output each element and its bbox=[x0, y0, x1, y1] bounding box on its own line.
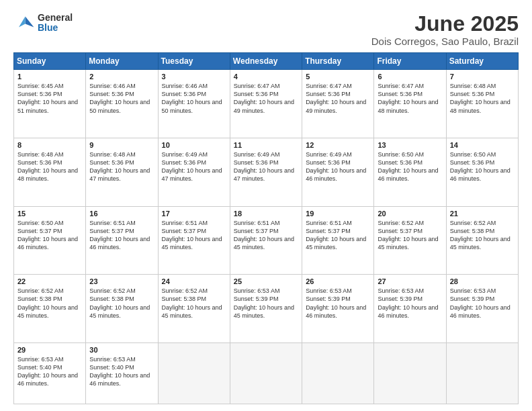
day-info: Sunrise: 6:53 AMSunset: 5:39 PMDaylight:… bbox=[306, 287, 366, 318]
empty-cell bbox=[374, 343, 446, 404]
week-row-3: 15 Sunrise: 6:50 AMSunset: 5:37 PMDaylig… bbox=[14, 206, 519, 275]
day-number: 30 bbox=[89, 346, 154, 354]
day-cell-20: 20 Sunrise: 6:52 AMSunset: 5:37 PMDaylig… bbox=[374, 206, 446, 275]
svg-marker-0 bbox=[26, 16, 34, 27]
day-number: 19 bbox=[306, 210, 370, 218]
day-info: Sunrise: 6:51 AMSunset: 5:37 PMDaylight:… bbox=[162, 220, 222, 250]
col-wednesday: Wednesday bbox=[230, 53, 302, 70]
day-number: 9 bbox=[89, 141, 154, 149]
logo: General Blue bbox=[13, 12, 73, 34]
day-info: Sunrise: 6:52 AMSunset: 5:37 PMDaylight:… bbox=[378, 220, 438, 250]
calendar-title: June 2025 bbox=[371, 12, 519, 36]
col-saturday: Saturday bbox=[446, 53, 518, 70]
empty-cell bbox=[302, 343, 374, 404]
day-cell-23: 23 Sunrise: 6:52 AMSunset: 5:38 PMDaylig… bbox=[86, 275, 158, 343]
week-row-4: 22 Sunrise: 6:52 AMSunset: 5:38 PMDaylig… bbox=[14, 275, 519, 343]
day-info: Sunrise: 6:50 AMSunset: 5:36 PMDaylight:… bbox=[450, 151, 511, 182]
day-info: Sunrise: 6:52 AMSunset: 5:38 PMDaylight:… bbox=[162, 287, 222, 318]
day-info: Sunrise: 6:47 AMSunset: 5:36 PMDaylight:… bbox=[378, 83, 438, 113]
day-number: 27 bbox=[378, 277, 442, 285]
day-info: Sunrise: 6:46 AMSunset: 5:36 PMDaylight:… bbox=[89, 83, 150, 113]
day-info: Sunrise: 6:51 AMSunset: 5:37 PMDaylight:… bbox=[234, 220, 294, 250]
empty-cell bbox=[230, 343, 302, 404]
week-row-2: 8 Sunrise: 6:48 AMSunset: 5:36 PMDayligh… bbox=[14, 138, 519, 206]
day-cell-9: 9 Sunrise: 6:48 AMSunset: 5:36 PMDayligh… bbox=[86, 138, 158, 206]
col-monday: Monday bbox=[86, 53, 158, 70]
empty-cell bbox=[158, 343, 230, 404]
day-info: Sunrise: 6:53 AMSunset: 5:40 PMDaylight:… bbox=[89, 356, 150, 387]
day-cell-14: 14 Sunrise: 6:50 AMSunset: 5:36 PMDaylig… bbox=[446, 138, 518, 206]
col-thursday: Thursday bbox=[302, 53, 374, 70]
day-info: Sunrise: 6:48 AMSunset: 5:36 PMDaylight:… bbox=[89, 151, 150, 182]
day-number: 26 bbox=[306, 277, 370, 285]
day-cell-12: 12 Sunrise: 6:49 AMSunset: 5:36 PMDaylig… bbox=[302, 138, 374, 206]
week-row-5: 29 Sunrise: 6:53 AMSunset: 5:40 PMDaylig… bbox=[14, 343, 519, 404]
day-number: 5 bbox=[306, 73, 370, 81]
day-cell-17: 17 Sunrise: 6:51 AMSunset: 5:37 PMDaylig… bbox=[158, 206, 230, 275]
day-cell-25: 25 Sunrise: 6:53 AMSunset: 5:39 PMDaylig… bbox=[230, 275, 302, 343]
day-cell-30: 30 Sunrise: 6:53 AMSunset: 5:40 PMDaylig… bbox=[86, 343, 158, 404]
day-cell-3: 3 Sunrise: 6:46 AMSunset: 5:36 PMDayligh… bbox=[158, 70, 230, 138]
logo-text: General Blue bbox=[38, 13, 73, 34]
day-number: 23 bbox=[89, 277, 154, 285]
day-number: 20 bbox=[378, 210, 442, 218]
day-cell-24: 24 Sunrise: 6:52 AMSunset: 5:38 PMDaylig… bbox=[158, 275, 230, 343]
header: General Blue June 2025 Dois Corregos, Sa… bbox=[13, 12, 519, 47]
day-info: Sunrise: 6:50 AMSunset: 5:37 PMDaylight:… bbox=[17, 220, 78, 250]
day-number: 10 bbox=[162, 141, 226, 149]
day-cell-22: 22 Sunrise: 6:52 AMSunset: 5:38 PMDaylig… bbox=[14, 275, 86, 343]
col-friday: Friday bbox=[374, 53, 446, 70]
day-number: 18 bbox=[234, 210, 298, 218]
day-cell-7: 7 Sunrise: 6:48 AMSunset: 5:36 PMDayligh… bbox=[446, 70, 518, 138]
day-number: 17 bbox=[162, 210, 226, 218]
day-number: 21 bbox=[450, 210, 515, 218]
day-info: Sunrise: 6:51 AMSunset: 5:37 PMDaylight:… bbox=[306, 220, 366, 250]
day-info: Sunrise: 6:53 AMSunset: 5:39 PMDaylight:… bbox=[450, 287, 511, 318]
day-number: 11 bbox=[234, 141, 298, 149]
day-info: Sunrise: 6:52 AMSunset: 5:38 PMDaylight:… bbox=[450, 220, 511, 250]
day-cell-4: 4 Sunrise: 6:47 AMSunset: 5:36 PMDayligh… bbox=[230, 70, 302, 138]
day-info: Sunrise: 6:45 AMSunset: 5:36 PMDaylight:… bbox=[17, 83, 78, 113]
day-number: 22 bbox=[17, 277, 82, 285]
day-number: 24 bbox=[162, 277, 226, 285]
col-sunday: Sunday bbox=[14, 53, 86, 70]
day-number: 28 bbox=[450, 277, 515, 285]
day-info: Sunrise: 6:49 AMSunset: 5:36 PMDaylight:… bbox=[306, 151, 366, 182]
day-number: 2 bbox=[89, 73, 154, 81]
day-number: 7 bbox=[450, 73, 515, 81]
page: General Blue June 2025 Dois Corregos, Sa… bbox=[0, 0, 532, 411]
day-cell-6: 6 Sunrise: 6:47 AMSunset: 5:36 PMDayligh… bbox=[374, 70, 446, 138]
day-info: Sunrise: 6:49 AMSunset: 5:36 PMDaylight:… bbox=[162, 151, 222, 182]
day-info: Sunrise: 6:52 AMSunset: 5:38 PMDaylight:… bbox=[17, 287, 78, 318]
day-cell-8: 8 Sunrise: 6:48 AMSunset: 5:36 PMDayligh… bbox=[14, 138, 86, 206]
day-info: Sunrise: 6:53 AMSunset: 5:39 PMDaylight:… bbox=[234, 287, 294, 318]
day-cell-28: 28 Sunrise: 6:53 AMSunset: 5:39 PMDaylig… bbox=[446, 275, 518, 343]
col-tuesday: Tuesday bbox=[158, 53, 230, 70]
logo-general-text: General bbox=[38, 13, 73, 23]
day-info: Sunrise: 6:52 AMSunset: 5:38 PMDaylight:… bbox=[89, 287, 150, 318]
day-number: 1 bbox=[17, 73, 82, 81]
calendar-table: Sunday Monday Tuesday Wednesday Thursday… bbox=[13, 52, 519, 404]
calendar-subtitle: Dois Corregos, Sao Paulo, Brazil bbox=[371, 36, 519, 47]
day-info: Sunrise: 6:48 AMSunset: 5:36 PMDaylight:… bbox=[17, 151, 78, 182]
day-info: Sunrise: 6:53 AMSunset: 5:40 PMDaylight:… bbox=[17, 356, 78, 387]
day-cell-2: 2 Sunrise: 6:46 AMSunset: 5:36 PMDayligh… bbox=[86, 70, 158, 138]
day-cell-21: 21 Sunrise: 6:52 AMSunset: 5:38 PMDaylig… bbox=[446, 206, 518, 275]
day-number: 4 bbox=[234, 73, 298, 81]
day-info: Sunrise: 6:47 AMSunset: 5:36 PMDaylight:… bbox=[306, 83, 366, 113]
logo-icon bbox=[13, 12, 35, 34]
day-cell-18: 18 Sunrise: 6:51 AMSunset: 5:37 PMDaylig… bbox=[230, 206, 302, 275]
day-cell-13: 13 Sunrise: 6:50 AMSunset: 5:36 PMDaylig… bbox=[374, 138, 446, 206]
day-cell-11: 11 Sunrise: 6:49 AMSunset: 5:36 PMDaylig… bbox=[230, 138, 302, 206]
header-row: Sunday Monday Tuesday Wednesday Thursday… bbox=[14, 53, 519, 70]
day-number: 13 bbox=[378, 141, 442, 149]
day-cell-29: 29 Sunrise: 6:53 AMSunset: 5:40 PMDaylig… bbox=[14, 343, 86, 404]
day-info: Sunrise: 6:50 AMSunset: 5:36 PMDaylight:… bbox=[378, 151, 438, 182]
day-info: Sunrise: 6:48 AMSunset: 5:36 PMDaylight:… bbox=[450, 83, 511, 113]
day-cell-27: 27 Sunrise: 6:53 AMSunset: 5:39 PMDaylig… bbox=[374, 275, 446, 343]
title-block: June 2025 Dois Corregos, Sao Paulo, Braz… bbox=[371, 12, 519, 47]
day-cell-1: 1 Sunrise: 6:45 AMSunset: 5:36 PMDayligh… bbox=[14, 70, 86, 138]
day-info: Sunrise: 6:49 AMSunset: 5:36 PMDaylight:… bbox=[234, 151, 294, 182]
empty-cell bbox=[446, 343, 518, 404]
day-number: 14 bbox=[450, 141, 515, 149]
